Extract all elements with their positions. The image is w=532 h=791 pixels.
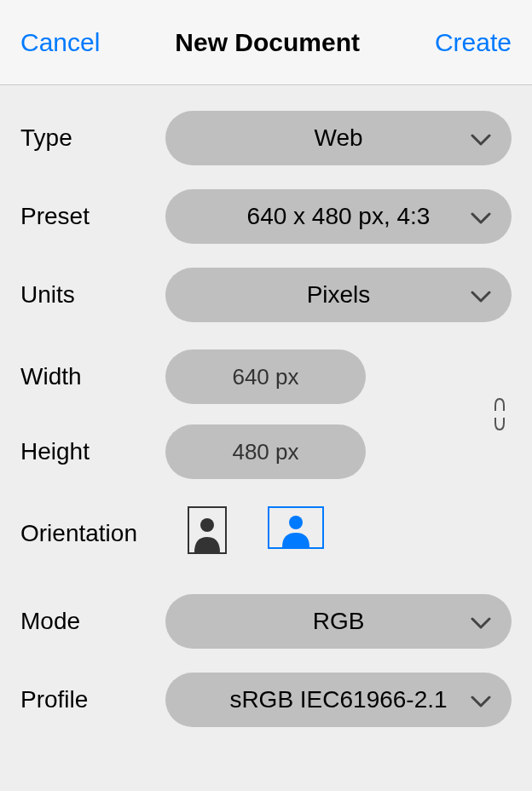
orientation-label: Orientation <box>20 520 165 547</box>
preset-row: Preset 640 x 480 px, 4:3 <box>20 189 512 244</box>
profile-value: sRGB IEC61966-2.1 <box>229 686 447 713</box>
cancel-button[interactable]: Cancel <box>20 28 100 57</box>
units-row: Units Pixels <box>20 268 512 322</box>
preset-value: 640 x 480 px, 4:3 <box>247 203 431 230</box>
chevron-down-icon <box>471 203 491 230</box>
type-dropdown[interactable]: Web <box>165 111 512 165</box>
type-value: Web <box>314 124 362 152</box>
units-value: Pixels <box>307 281 371 309</box>
svg-point-1 <box>200 518 214 532</box>
orientation-landscape-button[interactable] <box>268 506 324 560</box>
mode-row: Mode RGB <box>20 594 512 649</box>
profile-dropdown[interactable]: sRGB IEC61966-2.1 <box>165 673 512 727</box>
width-label: Width <box>20 363 165 390</box>
portrait-icon <box>188 506 227 554</box>
dimensions-block: Width 640 px Height 480 px <box>20 349 512 479</box>
chevron-down-icon <box>471 686 491 713</box>
width-row: Width 640 px <box>20 349 476 404</box>
height-input[interactable]: 480 px <box>165 424 366 479</box>
height-label: Height <box>20 438 165 465</box>
type-label: Type <box>20 124 165 152</box>
svg-point-3 <box>289 516 303 529</box>
preset-label: Preset <box>20 203 165 230</box>
profile-label: Profile <box>20 686 165 713</box>
page-title: New Document <box>175 28 360 57</box>
orientation-portrait-button[interactable] <box>188 506 227 560</box>
chevron-down-icon <box>471 124 491 152</box>
form-content: Type Web Preset 640 x 480 px, 4:3 Units … <box>0 85 532 727</box>
mode-label: Mode <box>20 608 165 635</box>
width-value: 640 px <box>232 364 298 390</box>
header-bar: Cancel New Document Create <box>0 0 532 85</box>
height-row: Height 480 px <box>20 424 476 479</box>
orientation-row: Orientation <box>20 506 512 560</box>
chevron-down-icon <box>471 608 491 635</box>
landscape-icon <box>268 506 324 549</box>
width-input[interactable]: 640 px <box>165 349 366 404</box>
height-value: 480 px <box>232 439 298 465</box>
chevron-down-icon <box>471 281 491 309</box>
preset-dropdown[interactable]: 640 x 480 px, 4:3 <box>165 189 512 244</box>
link-dimensions-icon[interactable] <box>488 396 512 433</box>
type-row: Type Web <box>20 111 512 165</box>
profile-row: Profile sRGB IEC61966-2.1 <box>20 673 512 727</box>
mode-value: RGB <box>313 608 365 635</box>
mode-dropdown[interactable]: RGB <box>165 594 512 649</box>
create-button[interactable]: Create <box>435 28 512 57</box>
units-label: Units <box>20 281 165 309</box>
units-dropdown[interactable]: Pixels <box>165 268 512 322</box>
